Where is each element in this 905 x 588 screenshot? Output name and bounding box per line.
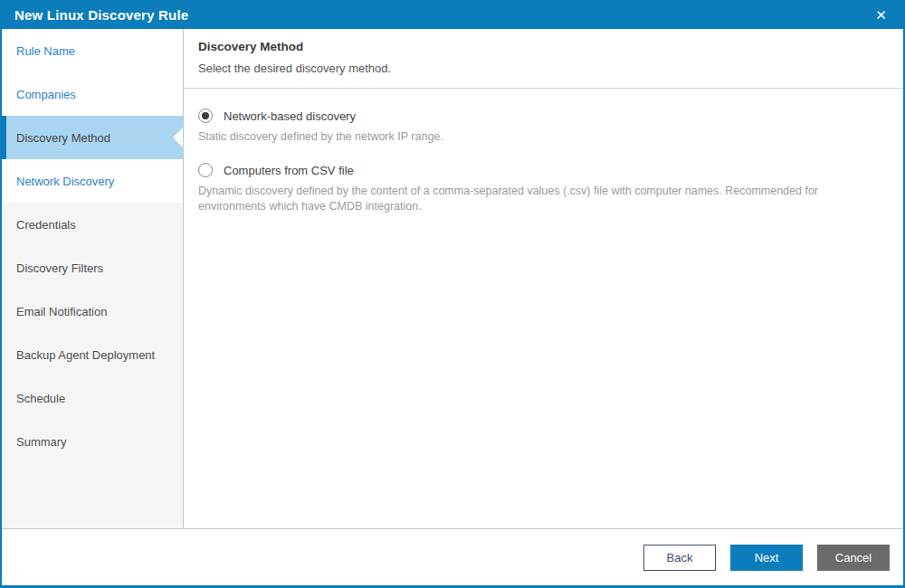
back-button[interactable]: Back [643,545,716,571]
sidebar-filler [2,463,183,528]
radio-icon[interactable] [198,163,213,177]
radio-icon[interactable] [198,109,213,123]
sidebar-item-network-discovery[interactable]: Network Discovery [2,159,183,203]
radio-dot [202,112,209,119]
step-content: Discovery Method Select the desired disc… [184,29,903,528]
sidebar-item-companies[interactable]: Companies [2,72,183,116]
option-computers-from-csv: Computers from CSV file Dynamic discover… [198,163,889,214]
computers-from-csv-radio[interactable]: Computers from CSV file [198,163,889,177]
sidebar-item-discovery-filters: Discovery Filters [2,246,183,289]
sidebar-item-discovery-method[interactable]: Discovery Method [2,116,183,159]
option-description: Static discovery defined by the network … [198,129,827,145]
page-title: Discovery Method [198,39,889,55]
radio-label[interactable]: Computers from CSV file [224,164,354,177]
option-description: Dynamic discovery defined by the content… [198,184,827,214]
radio-label[interactable]: Network-based discovery [224,109,356,123]
sidebar-item-backup-agent-deployment: Backup Agent Deployment [2,333,183,376]
dialog-titlebar: New Linux Discovery Rule ✕ [2,0,903,29]
dialog-title: New Linux Discovery Rule [14,7,188,23]
page-subtitle: Select the desired discovery method. [198,61,889,77]
sidebar-item-rule-name[interactable]: Rule Name [2,29,183,72]
option-network-based-discovery: Network-based discovery Static discovery… [198,109,889,145]
discovery-method-options: Network-based discovery Static discovery… [184,89,903,232]
dialog-footer: Back Next Cancel [2,529,903,585]
sidebar-item-schedule: Schedule [2,376,183,420]
wizard-steps-sidebar: Rule Name Companies Discovery Method Net… [2,29,184,528]
new-linux-discovery-rule-dialog: New Linux Discovery Rule ✕ Rule Name Com… [0,0,905,588]
dialog-body: Rule Name Companies Discovery Method Net… [2,29,903,529]
next-button[interactable]: Next [730,545,803,571]
cancel-button[interactable]: Cancel [817,545,890,571]
network-based-discovery-radio[interactable]: Network-based discovery [198,109,889,123]
close-icon[interactable]: ✕ [872,6,891,24]
step-header: Discovery Method Select the desired disc… [184,29,903,88]
active-step-notch [173,128,183,147]
sidebar-item-summary: Summary [2,420,183,463]
sidebar-item-credentials: Credentials [2,203,183,246]
sidebar-item-email-notification: Email Notification [2,289,183,333]
